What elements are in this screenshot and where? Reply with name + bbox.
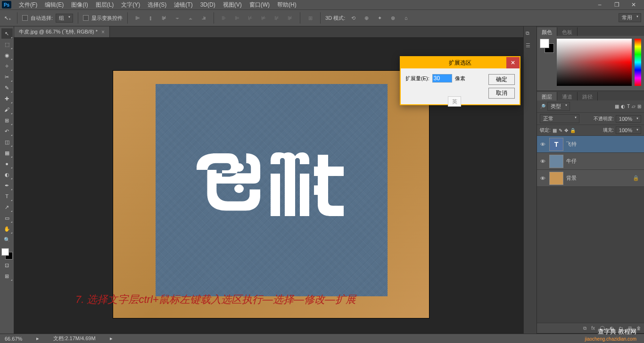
tab-paths[interactable]: 路径 — [578, 92, 598, 100]
tool-blur[interactable]: ● — [1, 159, 13, 169]
color-field[interactable] — [557, 39, 632, 86]
tool-gradient[interactable]: ▦ — [1, 148, 13, 158]
filter-shape-icon[interactable]: ▱ — [632, 104, 636, 109]
tool-stamp[interactable]: ⊞ — [1, 115, 13, 125]
menu-filter[interactable]: 滤镜(T) — [170, 1, 196, 9]
delete-layer-icon[interactable]: 🗑 — [636, 326, 641, 331]
visibility-toggle[interactable]: 👁 — [539, 142, 546, 147]
layer-item[interactable]: 👁 背景 🔒 — [537, 170, 644, 187]
doc-size-readout[interactable]: 文档:2.17M/4.69M — [53, 335, 95, 342]
menu-select[interactable]: 选择(S) — [144, 1, 170, 9]
3d-icon[interactable]: ✦ — [374, 13, 385, 23]
visibility-toggle[interactable]: 👁 — [539, 159, 546, 164]
menu-layer[interactable]: 图层(L) — [92, 1, 118, 9]
tool-eyedropper[interactable]: ✎ — [1, 83, 13, 93]
expand-by-input[interactable] — [432, 74, 452, 83]
color-swatches[interactable] — [1, 248, 13, 259]
layer-thumb[interactable] — [549, 172, 563, 185]
tool-screenmode[interactable]: ⊞ — [1, 271, 13, 281]
tool-zoom[interactable]: 🔍 — [1, 234, 13, 245]
fgbg-mini[interactable] — [540, 39, 554, 53]
align-icon[interactable]: ⫿ — [146, 13, 156, 23]
tab-layers[interactable]: 图层 — [537, 92, 557, 100]
menu-file[interactable]: 文件(F) — [15, 1, 41, 9]
visibility-toggle[interactable]: 👁 — [539, 176, 546, 181]
ime-indicator[interactable]: 英 — [448, 96, 461, 107]
ok-button[interactable]: 确定 — [488, 74, 515, 85]
3d-icon[interactable]: ⊗ — [388, 13, 398, 23]
filter-pixel-icon[interactable]: ▦ — [615, 104, 619, 109]
align-icon[interactable]: ⊯ — [159, 13, 169, 23]
tool-marquee[interactable]: ⬚ — [1, 39, 13, 50]
zoom-readout[interactable]: 66.67% — [5, 336, 22, 342]
tab-color[interactable]: 颜色 — [537, 27, 557, 36]
menu-help[interactable]: 帮助(H) — [273, 1, 300, 9]
dialog-titlebar[interactable]: 扩展选区 ✕ — [401, 57, 520, 68]
tool-shape[interactable]: ▭ — [1, 213, 13, 223]
tool-crop[interactable]: ✂ — [1, 72, 13, 82]
auto-select-checkbox[interactable] — [22, 15, 28, 21]
tool-dodge[interactable]: ◐ — [1, 169, 13, 180]
tool-lasso[interactable]: ◉ — [1, 50, 13, 60]
layer-thumb[interactable] — [549, 155, 563, 168]
tool-pen[interactable]: ✒ — [1, 180, 13, 191]
lock-all-icon[interactable]: 🔒 — [570, 128, 576, 133]
layer-name[interactable]: 飞特 — [566, 141, 577, 148]
search-icon[interactable]: 🔎 — [540, 104, 545, 109]
blend-mode-dropdown[interactable]: 正常 — [540, 114, 579, 123]
menu-type[interactable]: 文字(Y) — [117, 1, 144, 9]
lock-pixels-icon[interactable]: ✎ — [559, 128, 562, 133]
align-icon[interactable]: ⫟ — [172, 13, 182, 23]
tool-type[interactable]: T — [1, 191, 13, 201]
3d-icon[interactable]: ⌂ — [401, 13, 411, 23]
tool-hand[interactable]: ✋ — [1, 224, 13, 234]
lock-transparent-icon[interactable]: ▦ — [553, 128, 557, 133]
properties-panel-icon[interactable]: ☰ — [526, 42, 535, 52]
tool-history[interactable]: ↶ — [1, 126, 13, 136]
3d-icon[interactable]: ⟲ — [348, 13, 358, 23]
minimize-button[interactable]: – — [591, 1, 608, 8]
document-tab[interactable]: 牛皮.jpg @ 66.7% (飞特, RGB/8) * × — [14, 26, 110, 37]
tool-heal[interactable]: ✚ — [1, 93, 13, 104]
menu-image[interactable]: 图像(I) — [67, 1, 91, 9]
maximize-button[interactable]: ❐ — [608, 1, 625, 8]
menu-view[interactable]: 视图(V) — [219, 1, 246, 9]
cancel-button[interactable]: 取消 — [488, 88, 515, 99]
foreground-swatch[interactable] — [1, 248, 9, 256]
dialog-close-button[interactable]: ✕ — [506, 57, 520, 68]
layer-item[interactable]: 👁 牛仔 — [537, 153, 644, 170]
tab-channels[interactable]: 通道 — [557, 92, 578, 100]
hue-strip[interactable] — [635, 39, 641, 86]
auto-select-dropdown[interactable]: 组 — [56, 14, 73, 23]
align-icon[interactable]: ⊫ — [132, 13, 143, 23]
layer-name[interactable]: 牛仔 — [566, 158, 577, 165]
fg-mini[interactable] — [540, 39, 549, 48]
tab-close-icon[interactable]: × — [101, 29, 105, 35]
workspace-preset-dropdown[interactable]: 常用 — [619, 13, 641, 22]
tool-path[interactable]: ↗ — [1, 202, 13, 212]
tool-wand[interactable]: ✧ — [1, 61, 13, 71]
move-tool-icon[interactable]: ↖₊ — [3, 13, 12, 23]
layer-item[interactable]: 👁 T 飞特 — [537, 136, 644, 153]
show-transform-checkbox[interactable] — [83, 15, 89, 21]
menu-3d[interactable]: 3D(D) — [197, 1, 219, 8]
filter-adjust-icon[interactable]: ◐ — [621, 104, 625, 109]
history-panel-icon[interactable]: ⧉ — [526, 30, 535, 40]
filter-type-dropdown[interactable]: 类型 — [547, 102, 570, 111]
close-button[interactable]: ✕ — [625, 1, 642, 8]
filter-type-icon[interactable]: T — [627, 104, 630, 109]
align-icon[interactable]: ⫠ — [185, 13, 196, 23]
menu-edit[interactable]: 编辑(E) — [41, 1, 67, 9]
tool-brush[interactable]: 🖌 — [1, 104, 13, 115]
filter-smart-icon[interactable]: ⊞ — [637, 104, 641, 109]
tool-move[interactable]: ↖ — [1, 28, 13, 39]
layer-thumb-type[interactable]: T — [549, 138, 563, 151]
align-icon[interactable]: ⫡ — [198, 13, 209, 23]
menu-window[interactable]: 窗口(W) — [246, 1, 273, 9]
3d-icon[interactable]: ⊕ — [361, 13, 372, 23]
lock-position-icon[interactable]: ✥ — [564, 128, 568, 133]
layer-name[interactable]: 背景 — [566, 175, 577, 182]
fill-input[interactable]: 100% — [616, 126, 641, 134]
tab-swatches[interactable]: 色板 — [557, 27, 578, 36]
opacity-input[interactable]: 100% — [616, 115, 641, 123]
